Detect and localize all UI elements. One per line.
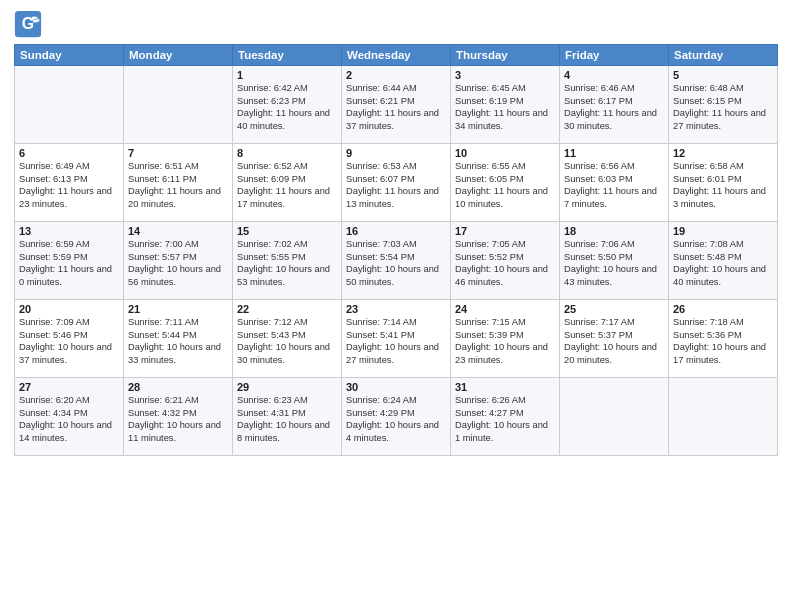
day-cell: 27Sunrise: 6:20 AM Sunset: 4:34 PM Dayli…	[15, 378, 124, 456]
day-content: Sunrise: 7:17 AM Sunset: 5:37 PM Dayligh…	[564, 316, 664, 366]
day-content: Sunrise: 7:14 AM Sunset: 5:41 PM Dayligh…	[346, 316, 446, 366]
day-content: Sunrise: 6:59 AM Sunset: 5:59 PM Dayligh…	[19, 238, 119, 288]
day-number: 9	[346, 147, 446, 159]
day-cell: 4Sunrise: 6:46 AM Sunset: 6:17 PM Daylig…	[560, 66, 669, 144]
day-number: 3	[455, 69, 555, 81]
day-cell: 2Sunrise: 6:44 AM Sunset: 6:21 PM Daylig…	[342, 66, 451, 144]
week-row-5: 27Sunrise: 6:20 AM Sunset: 4:34 PM Dayli…	[15, 378, 778, 456]
day-content: Sunrise: 6:45 AM Sunset: 6:19 PM Dayligh…	[455, 82, 555, 132]
day-cell: 10Sunrise: 6:55 AM Sunset: 6:05 PM Dayli…	[451, 144, 560, 222]
day-number: 11	[564, 147, 664, 159]
day-number: 2	[346, 69, 446, 81]
day-content: Sunrise: 7:11 AM Sunset: 5:44 PM Dayligh…	[128, 316, 228, 366]
day-cell: 30Sunrise: 6:24 AM Sunset: 4:29 PM Dayli…	[342, 378, 451, 456]
day-cell	[15, 66, 124, 144]
day-cell: 11Sunrise: 6:56 AM Sunset: 6:03 PM Dayli…	[560, 144, 669, 222]
day-number: 18	[564, 225, 664, 237]
weekday-header-sunday: Sunday	[15, 45, 124, 66]
day-number: 17	[455, 225, 555, 237]
day-content: Sunrise: 6:51 AM Sunset: 6:11 PM Dayligh…	[128, 160, 228, 210]
day-content: Sunrise: 6:58 AM Sunset: 6:01 PM Dayligh…	[673, 160, 773, 210]
day-number: 15	[237, 225, 337, 237]
day-number: 5	[673, 69, 773, 81]
day-content: Sunrise: 6:49 AM Sunset: 6:13 PM Dayligh…	[19, 160, 119, 210]
day-number: 21	[128, 303, 228, 315]
day-cell: 26Sunrise: 7:18 AM Sunset: 5:36 PM Dayli…	[669, 300, 778, 378]
day-number: 28	[128, 381, 228, 393]
weekday-header-tuesday: Tuesday	[233, 45, 342, 66]
day-content: Sunrise: 6:42 AM Sunset: 6:23 PM Dayligh…	[237, 82, 337, 132]
week-row-3: 13Sunrise: 6:59 AM Sunset: 5:59 PM Dayli…	[15, 222, 778, 300]
day-content: Sunrise: 6:20 AM Sunset: 4:34 PM Dayligh…	[19, 394, 119, 444]
day-content: Sunrise: 6:24 AM Sunset: 4:29 PM Dayligh…	[346, 394, 446, 444]
day-number: 12	[673, 147, 773, 159]
day-number: 7	[128, 147, 228, 159]
day-number: 1	[237, 69, 337, 81]
day-content: Sunrise: 6:23 AM Sunset: 4:31 PM Dayligh…	[237, 394, 337, 444]
week-row-1: 1Sunrise: 6:42 AM Sunset: 6:23 PM Daylig…	[15, 66, 778, 144]
day-number: 31	[455, 381, 555, 393]
day-number: 20	[19, 303, 119, 315]
day-cell: 29Sunrise: 6:23 AM Sunset: 4:31 PM Dayli…	[233, 378, 342, 456]
day-number: 4	[564, 69, 664, 81]
day-cell: 19Sunrise: 7:08 AM Sunset: 5:48 PM Dayli…	[669, 222, 778, 300]
day-cell: 6Sunrise: 6:49 AM Sunset: 6:13 PM Daylig…	[15, 144, 124, 222]
day-content: Sunrise: 6:56 AM Sunset: 6:03 PM Dayligh…	[564, 160, 664, 210]
day-content: Sunrise: 7:12 AM Sunset: 5:43 PM Dayligh…	[237, 316, 337, 366]
weekday-header-row: SundayMondayTuesdayWednesdayThursdayFrid…	[15, 45, 778, 66]
day-cell	[669, 378, 778, 456]
day-number: 26	[673, 303, 773, 315]
day-cell: 13Sunrise: 6:59 AM Sunset: 5:59 PM Dayli…	[15, 222, 124, 300]
day-cell: 31Sunrise: 6:26 AM Sunset: 4:27 PM Dayli…	[451, 378, 560, 456]
day-content: Sunrise: 7:15 AM Sunset: 5:39 PM Dayligh…	[455, 316, 555, 366]
weekday-header-saturday: Saturday	[669, 45, 778, 66]
day-number: 27	[19, 381, 119, 393]
day-number: 29	[237, 381, 337, 393]
day-cell: 7Sunrise: 6:51 AM Sunset: 6:11 PM Daylig…	[124, 144, 233, 222]
day-cell: 18Sunrise: 7:06 AM Sunset: 5:50 PM Dayli…	[560, 222, 669, 300]
day-cell: 3Sunrise: 6:45 AM Sunset: 6:19 PM Daylig…	[451, 66, 560, 144]
page: G SundayMondayTuesdayWednesdayThursdayFr…	[0, 0, 792, 612]
day-cell	[124, 66, 233, 144]
day-cell	[560, 378, 669, 456]
day-content: Sunrise: 7:08 AM Sunset: 5:48 PM Dayligh…	[673, 238, 773, 288]
logo-icon: G	[14, 10, 42, 38]
day-cell: 25Sunrise: 7:17 AM Sunset: 5:37 PM Dayli…	[560, 300, 669, 378]
weekday-header-wednesday: Wednesday	[342, 45, 451, 66]
day-number: 23	[346, 303, 446, 315]
day-number: 25	[564, 303, 664, 315]
day-number: 14	[128, 225, 228, 237]
day-content: Sunrise: 7:18 AM Sunset: 5:36 PM Dayligh…	[673, 316, 773, 366]
day-cell: 17Sunrise: 7:05 AM Sunset: 5:52 PM Dayli…	[451, 222, 560, 300]
day-content: Sunrise: 7:06 AM Sunset: 5:50 PM Dayligh…	[564, 238, 664, 288]
logo: G	[14, 10, 46, 38]
day-cell: 21Sunrise: 7:11 AM Sunset: 5:44 PM Dayli…	[124, 300, 233, 378]
day-content: Sunrise: 6:48 AM Sunset: 6:15 PM Dayligh…	[673, 82, 773, 132]
weekday-header-friday: Friday	[560, 45, 669, 66]
day-number: 22	[237, 303, 337, 315]
day-cell: 9Sunrise: 6:53 AM Sunset: 6:07 PM Daylig…	[342, 144, 451, 222]
day-content: Sunrise: 6:26 AM Sunset: 4:27 PM Dayligh…	[455, 394, 555, 444]
day-number: 10	[455, 147, 555, 159]
day-cell: 14Sunrise: 7:00 AM Sunset: 5:57 PM Dayli…	[124, 222, 233, 300]
day-number: 8	[237, 147, 337, 159]
day-cell: 1Sunrise: 6:42 AM Sunset: 6:23 PM Daylig…	[233, 66, 342, 144]
day-cell: 12Sunrise: 6:58 AM Sunset: 6:01 PM Dayli…	[669, 144, 778, 222]
day-number: 19	[673, 225, 773, 237]
day-content: Sunrise: 7:02 AM Sunset: 5:55 PM Dayligh…	[237, 238, 337, 288]
day-cell: 28Sunrise: 6:21 AM Sunset: 4:32 PM Dayli…	[124, 378, 233, 456]
day-cell: 23Sunrise: 7:14 AM Sunset: 5:41 PM Dayli…	[342, 300, 451, 378]
header: G	[14, 10, 778, 38]
day-cell: 8Sunrise: 6:52 AM Sunset: 6:09 PM Daylig…	[233, 144, 342, 222]
day-content: Sunrise: 7:09 AM Sunset: 5:46 PM Dayligh…	[19, 316, 119, 366]
day-cell: 15Sunrise: 7:02 AM Sunset: 5:55 PM Dayli…	[233, 222, 342, 300]
day-number: 16	[346, 225, 446, 237]
day-content: Sunrise: 6:46 AM Sunset: 6:17 PM Dayligh…	[564, 82, 664, 132]
weekday-header-thursday: Thursday	[451, 45, 560, 66]
week-row-2: 6Sunrise: 6:49 AM Sunset: 6:13 PM Daylig…	[15, 144, 778, 222]
day-number: 24	[455, 303, 555, 315]
calendar-table: SundayMondayTuesdayWednesdayThursdayFrid…	[14, 44, 778, 456]
day-content: Sunrise: 6:44 AM Sunset: 6:21 PM Dayligh…	[346, 82, 446, 132]
day-content: Sunrise: 6:55 AM Sunset: 6:05 PM Dayligh…	[455, 160, 555, 210]
day-content: Sunrise: 7:00 AM Sunset: 5:57 PM Dayligh…	[128, 238, 228, 288]
